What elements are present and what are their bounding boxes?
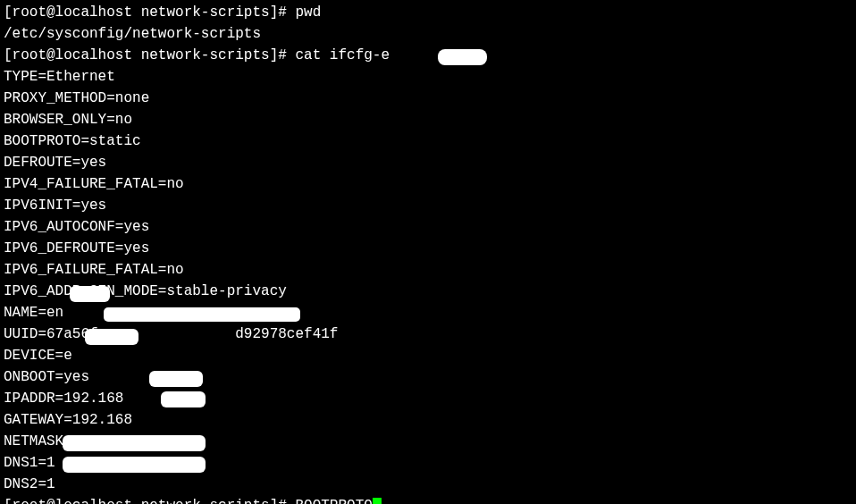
redaction-mark <box>104 307 300 322</box>
command-text: pwd <box>295 4 321 21</box>
terminal-output: DEFROUTE=yes <box>4 152 852 173</box>
redaction-mark <box>70 286 110 302</box>
terminal-output: BOOTPROTO=static <box>4 130 852 152</box>
terminal-output: IPV6INIT=yes <box>4 195 852 216</box>
terminal-output: /etc/sysconfig/network-scripts <box>4 23 852 45</box>
terminal-output: DEVICE=e <box>4 345 852 366</box>
terminal-output: BROWSER_ONLY=no <box>4 109 852 130</box>
terminal-output: PROXY_METHOD=none <box>4 88 852 109</box>
redaction-mark <box>63 435 206 451</box>
command-text: BOOTPROTO <box>295 498 372 504</box>
terminal-output: IPADDR=192.168 <box>4 388 852 409</box>
terminal-output: IPV6_ADDR_GEN_MODE=stable-privacy <box>4 281 852 302</box>
prompt-text: [root@localhost network-scripts]# <box>4 498 295 504</box>
prompt-text: [root@localhost network-scripts]# <box>4 47 295 63</box>
terminal-line-prompt: [root@localhost network-scripts]# pwd <box>4 2 852 23</box>
redaction-mark <box>63 457 206 473</box>
terminal-output: TYPE=Ethernet <box>4 66 852 88</box>
redaction-mark <box>149 371 203 387</box>
terminal-output: IPV6_DEFROUTE=yes <box>4 238 852 259</box>
redaction-mark <box>438 49 487 65</box>
terminal-line-prompt: [root@localhost network-scripts]# BOOTPR… <box>4 495 852 504</box>
redaction-mark <box>161 391 206 407</box>
prompt-text: [root@localhost network-scripts]# <box>4 4 295 21</box>
command-text: cat ifcfg-e <box>295 47 390 63</box>
terminal-output: ONBOOT=yes <box>4 366 852 388</box>
terminal-output: IPV4_FAILURE_FATAL=no <box>4 173 852 195</box>
terminal-output: IPV6_AUTOCONF=yes <box>4 216 852 238</box>
redaction-mark <box>85 329 138 345</box>
terminal-cursor <box>373 498 382 504</box>
terminal-output: GATEWAY=192.168 <box>4 409 852 431</box>
terminal-window[interactable]: [root@localhost network-scripts]# pwd /e… <box>4 2 852 504</box>
terminal-output: DNS2=1 <box>4 474 852 495</box>
terminal-output: IPV6_FAILURE_FATAL=no <box>4 259 852 281</box>
terminal-line-prompt: [root@localhost network-scripts]# cat if… <box>4 45 852 66</box>
